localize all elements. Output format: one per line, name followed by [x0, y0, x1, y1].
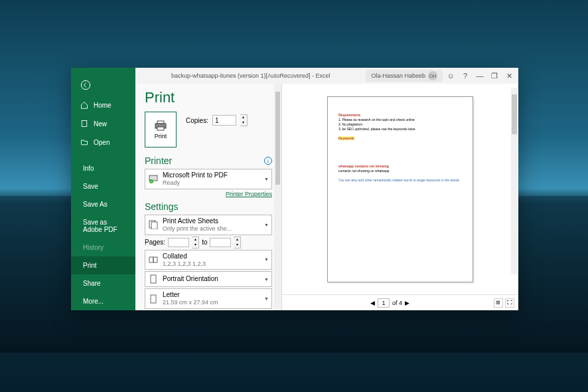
- sidebar-label: Share: [83, 280, 101, 287]
- print-preview-pane: Requirements 1. Please do research on th…: [281, 84, 518, 310]
- sidebar-label: More...: [83, 298, 104, 305]
- sidebar-item-save-as[interactable]: Save As: [71, 195, 135, 213]
- sidebar-item-print[interactable]: Print: [71, 256, 135, 274]
- copies-label: Copies:: [186, 117, 208, 124]
- sidebar-item-info[interactable]: Info: [71, 159, 135, 177]
- pages-to-label: to: [202, 239, 207, 246]
- settings-scrollbar[interactable]: [274, 84, 281, 310]
- printer-properties-link[interactable]: Printer Properties: [145, 191, 272, 197]
- copies-spinner[interactable]: ▴▾: [240, 114, 248, 126]
- help-icon[interactable]: ?: [459, 69, 472, 82]
- paper-sub: 21.59 cm x 27.94 cm: [163, 299, 260, 306]
- sidebar-item-save[interactable]: Save: [71, 177, 135, 195]
- chevron-down-icon: ▼: [264, 177, 269, 181]
- print-button[interactable]: Print: [145, 112, 177, 147]
- printer-dropdown[interactable]: Microsoft Print to PDF Ready ▼: [145, 169, 272, 189]
- copies-input[interactable]: [212, 115, 236, 126]
- new-icon: [80, 120, 88, 128]
- req-heading: Requirements: [338, 113, 462, 118]
- face-icon[interactable]: ☺: [444, 69, 457, 82]
- sidebar-item-share[interactable]: Share: [71, 274, 135, 292]
- sidebar-item-save-adobe[interactable]: Save as Adobe PDF: [71, 213, 135, 239]
- home-icon: [80, 101, 88, 109]
- printer-section-label: Printer: [145, 155, 172, 166]
- svg-rect-4: [157, 127, 164, 130]
- sidebar-label: History: [83, 244, 104, 251]
- print-heading: Print: [145, 89, 272, 106]
- sidebar-label: Open: [94, 139, 110, 146]
- chevron-down-icon: ▼: [264, 223, 269, 227]
- user-account-button[interactable]: Ola-Hassan Habeeb OH: [366, 70, 443, 82]
- svg-point-0: [81, 80, 90, 89]
- user-name: Ola-Hassan Habeeb: [371, 72, 425, 79]
- info-icon[interactable]: i: [264, 157, 272, 165]
- sidebar-label: Home: [94, 102, 111, 109]
- prev-page-button[interactable]: ◀: [370, 300, 375, 306]
- sidebar-label: Print: [83, 262, 97, 269]
- user-avatar: OH: [428, 71, 437, 80]
- collated-title: Collated: [163, 252, 260, 260]
- sidebar-item-new[interactable]: New: [71, 114, 135, 133]
- orientation-dropdown[interactable]: Portrait Orientation ▼: [145, 271, 272, 287]
- pages-from-spinner[interactable]: ▴▾: [192, 237, 199, 248]
- pages-label: Pages:: [145, 239, 165, 246]
- svg-rect-12: [151, 295, 156, 303]
- portrait-icon: [148, 274, 159, 284]
- title-bar: backup-whatsapp-itunes (version 1)[AutoR…: [135, 68, 518, 84]
- chevron-down-icon: ▼: [264, 257, 269, 262]
- collated-sub: 1,2,3 1,2,3 1,2,3: [163, 260, 260, 268]
- range-sub: Only print the active she...: [163, 225, 260, 233]
- settings-section-label: Settings: [145, 201, 179, 212]
- back-arrow-icon: [80, 80, 91, 90]
- svg-rect-10: [153, 257, 157, 262]
- range-title: Print Active Sheets: [163, 217, 260, 225]
- back-button[interactable]: [71, 74, 135, 96]
- next-page-button[interactable]: ▶: [405, 300, 409, 306]
- body-line: You can also add other semantically rela…: [338, 178, 462, 183]
- preview-scrollbar[interactable]: [511, 88, 518, 274]
- svg-rect-1: [82, 121, 87, 127]
- pages-to-spinner[interactable]: ▴▾: [234, 237, 241, 248]
- svg-rect-2: [157, 121, 164, 124]
- sidebar-item-history: History: [71, 239, 135, 256]
- req-line: 2. No plagiarism: [338, 122, 462, 127]
- sidebar-label: Save as Adobe PDF: [83, 219, 126, 233]
- sidebar-item-more[interactable]: More...: [71, 292, 135, 310]
- orientation-title: Portrait Orientation: [163, 275, 260, 283]
- req-line: 3. be SEO optimized, please use the keyw…: [338, 127, 462, 132]
- close-icon[interactable]: ✕: [502, 69, 516, 82]
- sidebar-item-open[interactable]: Open: [71, 133, 135, 151]
- sidebar-label: New: [94, 120, 107, 128]
- preview-footer: ◀ of 4 ▶ ⊞ ⛶: [282, 294, 518, 310]
- main-area: backup-whatsapp-itunes (version 1)[AutoR…: [135, 68, 518, 310]
- print-settings-panel: Print Print Copies: ▴▾ Printer i: [135, 84, 281, 310]
- printer-ready-icon: [148, 173, 159, 184]
- collated-icon: [148, 254, 159, 265]
- preview-canvas: Requirements 1. Please do research on th…: [282, 84, 518, 294]
- page-total-label: of 4: [392, 300, 402, 306]
- window-title: backup-whatsapp-itunes (version 1)[AutoR…: [135, 72, 366, 79]
- printer-name: Microsoft Print to PDF: [163, 171, 260, 179]
- paper-size-dropdown[interactable]: Letter 21.59 cm x 27.94 cm ▼: [145, 288, 272, 309]
- open-icon: [80, 138, 88, 146]
- sidebar-item-home[interactable]: Home: [71, 96, 135, 114]
- show-margins-button[interactable]: ⊞: [494, 298, 503, 308]
- print-tile-label: Print: [155, 133, 167, 140]
- collation-dropdown[interactable]: Collated 1,2,3 1,2,3 1,2,3 ▼: [145, 250, 272, 270]
- restore-icon[interactable]: ❐: [488, 69, 501, 82]
- chevron-down-icon: ▼: [264, 296, 269, 301]
- backstage-sidebar: Home New Open Info Save Save As Save as …: [71, 68, 135, 310]
- zoom-to-page-button[interactable]: ⛶: [505, 298, 514, 308]
- printer-icon: [155, 120, 167, 131]
- body-line: whatsapp contacts not showing: [338, 164, 462, 169]
- sidebar-label: Save As: [83, 201, 108, 208]
- minimize-icon[interactable]: —: [473, 69, 486, 82]
- page-number-input[interactable]: [378, 298, 390, 308]
- preview-page: Requirements 1. Please do research on th…: [327, 96, 473, 282]
- printer-status: Ready: [163, 179, 260, 187]
- kw-heading: Keywords: [338, 136, 354, 140]
- pages-to-input[interactable]: [210, 238, 231, 247]
- pages-from-input[interactable]: [168, 238, 189, 247]
- svg-rect-8: [151, 222, 157, 229]
- print-range-dropdown[interactable]: Print Active Sheets Only print the activ…: [145, 215, 272, 235]
